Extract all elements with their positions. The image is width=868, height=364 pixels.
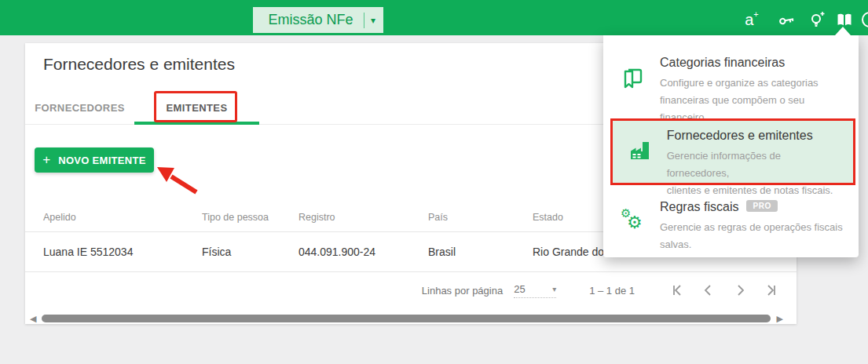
active-tab-indicator: [134, 122, 259, 125]
menu-item-title: Regras fiscaisPRO: [660, 200, 848, 214]
bookmark-icon: [621, 56, 660, 118]
annotation-arrow: [151, 158, 212, 202]
chevron-down-icon[interactable]: ▾: [371, 15, 375, 26]
rows-per-page-select[interactable]: 25 ▾: [514, 283, 556, 298]
cell-registro: 044.091.900-24: [298, 246, 428, 258]
menu-pointer-notch: [835, 27, 851, 35]
tab-fornecedores[interactable]: FORNECEDORES: [25, 91, 134, 125]
menu-item-description: Configure e organize as categorias: [660, 75, 848, 92]
divider: [364, 13, 364, 28]
column-header-pais[interactable]: País: [428, 212, 533, 223]
horizontal-scrollbar: ◀ ▶: [25, 313, 797, 324]
menu-item-fornecedores-emitentes[interactable]: Fornecedores e emitentes Gerencie inform…: [610, 118, 855, 185]
lightbulb-icon[interactable]: [808, 9, 828, 30]
previous-page-button[interactable]: [702, 284, 715, 297]
cell-apelido: Luana IE 5512034: [43, 246, 202, 258]
rows-per-page-label: Linhas por página: [422, 285, 503, 297]
menu-item-description: Gerencie informações de fornecedores,: [667, 147, 845, 182]
next-page-button[interactable]: [734, 284, 746, 297]
factory-icon: [628, 129, 667, 183]
pagination-range: 1 – 1 de 1: [589, 285, 635, 297]
column-header-tipo[interactable]: Tipo de pessoa: [202, 212, 298, 223]
app-switcher-label: Emissão NFe: [261, 12, 361, 28]
menu-item-description: salvas.: [660, 236, 848, 253]
gears-icon: ⚙ ⚙: [621, 200, 660, 257]
menu-item-regras-fiscais[interactable]: ⚙ ⚙ Regras fiscaisPRO Gerencie as regras…: [603, 189, 859, 257]
cell-pais: Brasil: [428, 246, 533, 258]
settings-menu-panel: Categorias financeiras Configure e organ…: [603, 35, 859, 257]
cell-tipo: Física: [202, 246, 298, 258]
column-header-apelido[interactable]: Apelido: [43, 212, 202, 223]
page-title: Fornecedores e emitentes: [43, 55, 235, 74]
last-page-button[interactable]: [765, 284, 778, 297]
scrollbar-thumb[interactable]: [42, 315, 771, 322]
app-bar: Emissão NFe ▾ a+: [0, 0, 868, 35]
scroll-left-icon[interactable]: ◀: [30, 315, 36, 323]
menu-item-title: Fornecedores e emitentes: [667, 129, 845, 143]
plus-icon: +: [42, 152, 50, 168]
app-screen: Emissão NFe ▾ a+: [0, 0, 868, 364]
new-emitente-button[interactable]: + NOVO EMITENTE: [35, 147, 154, 173]
first-page-button[interactable]: [671, 284, 683, 297]
menu-item-categorias-financeiras[interactable]: Categorias financeiras Configure e organ…: [603, 45, 859, 118]
pro-badge: PRO: [746, 200, 777, 212]
tab-emitentes[interactable]: EMITENTES: [134, 91, 259, 125]
menu-item-description: Gerencie as regras de operações fiscais: [660, 219, 848, 236]
app-switcher-button[interactable]: Emissão NFe ▾: [253, 7, 383, 33]
rows-per-page-value: 25: [514, 283, 525, 295]
menu-item-title: Categorias financeiras: [660, 56, 848, 70]
scroll-right-icon[interactable]: ▶: [776, 315, 782, 323]
account-icon[interactable]: [862, 12, 868, 27]
key-icon[interactable]: [776, 9, 797, 30]
pagination-bar: Linhas por página 25 ▾ 1 – 1 de 1: [25, 275, 778, 305]
column-header-registro[interactable]: Registro: [298, 212, 428, 223]
chevron-down-icon: ▾: [552, 285, 556, 293]
invite-icon[interactable]: a+: [742, 9, 762, 30]
